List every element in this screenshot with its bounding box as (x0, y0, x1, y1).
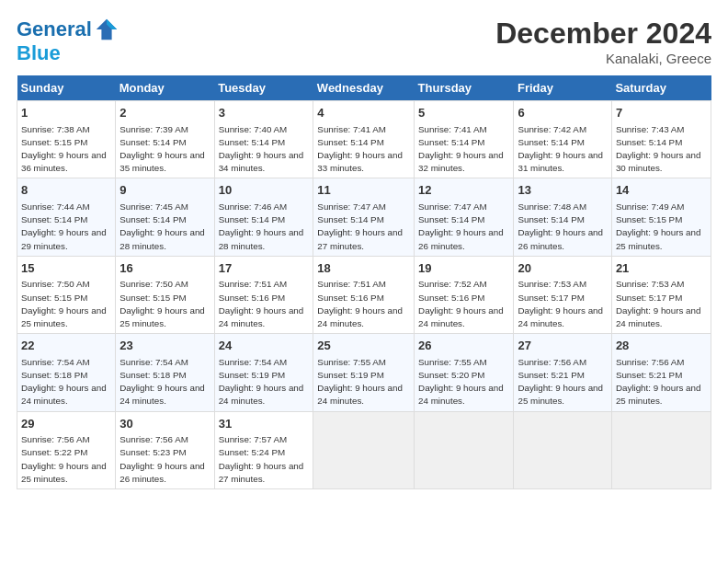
weekday-header-sunday: Sunday (17, 75, 116, 101)
calendar-cell: 31Sunrise: 7:57 AM Sunset: 5:24 PM Dayli… (214, 411, 313, 488)
day-info: Sunrise: 7:50 AM Sunset: 5:15 PM Dayligh… (21, 279, 107, 328)
day-number: 28 (616, 338, 707, 354)
day-number: 20 (518, 260, 607, 277)
calendar-cell: 8Sunrise: 7:44 AM Sunset: 5:14 PM Daylig… (17, 178, 116, 256)
day-info: Sunrise: 7:56 AM Sunset: 5:21 PM Dayligh… (616, 357, 701, 407)
day-info: Sunrise: 7:48 AM Sunset: 5:14 PM Dayligh… (518, 201, 603, 251)
day-info: Sunrise: 7:51 AM Sunset: 5:16 PM Dayligh… (219, 279, 304, 328)
calendar-cell: 16Sunrise: 7:50 AM Sunset: 5:15 PM Dayli… (116, 256, 214, 333)
day-info: Sunrise: 7:43 AM Sunset: 5:14 PM Dayligh… (616, 124, 701, 174)
day-number: 21 (616, 260, 707, 277)
calendar-cell: 17Sunrise: 7:51 AM Sunset: 5:16 PM Dayli… (214, 256, 313, 333)
calendar-cell: 11Sunrise: 7:47 AM Sunset: 5:14 PM Dayli… (313, 178, 415, 256)
day-info: Sunrise: 7:44 AM Sunset: 5:14 PM Dayligh… (21, 201, 107, 251)
day-number: 14 (616, 182, 707, 199)
calendar-cell (514, 411, 611, 488)
day-info: Sunrise: 7:41 AM Sunset: 5:14 PM Dayligh… (317, 124, 403, 174)
calendar-cell: 29Sunrise: 7:56 AM Sunset: 5:22 PM Dayli… (17, 411, 116, 488)
calendar-cell: 7Sunrise: 7:43 AM Sunset: 5:14 PM Daylig… (611, 101, 711, 178)
logo-text: General (17, 18, 92, 40)
day-info: Sunrise: 7:42 AM Sunset: 5:14 PM Dayligh… (518, 124, 603, 174)
day-number: 7 (616, 105, 707, 121)
calendar-cell: 15Sunrise: 7:50 AM Sunset: 5:15 PM Dayli… (17, 256, 116, 333)
day-number: 3 (219, 105, 310, 121)
weekday-header-thursday: Thursday (415, 75, 514, 101)
day-info: Sunrise: 7:54 AM Sunset: 5:18 PM Dayligh… (21, 357, 107, 407)
day-number: 8 (21, 182, 111, 199)
day-number: 17 (219, 260, 310, 277)
day-number: 19 (418, 260, 509, 277)
day-number: 11 (317, 182, 410, 199)
title-block: December 2024 Kanalaki, Greece (495, 17, 711, 66)
day-info: Sunrise: 7:51 AM Sunset: 5:16 PM Dayligh… (317, 279, 403, 328)
day-number: 27 (518, 338, 607, 354)
weekday-header-wednesday: Wednesday (313, 75, 415, 101)
day-info: Sunrise: 7:55 AM Sunset: 5:19 PM Dayligh… (317, 357, 403, 407)
day-number: 10 (219, 182, 310, 199)
day-info: Sunrise: 7:53 AM Sunset: 5:17 PM Dayligh… (616, 279, 701, 328)
day-number: 26 (418, 338, 509, 354)
day-number: 30 (119, 416, 210, 432)
day-info: Sunrise: 7:52 AM Sunset: 5:16 PM Dayligh… (418, 279, 504, 328)
day-info: Sunrise: 7:50 AM Sunset: 5:15 PM Dayligh… (119, 279, 205, 328)
day-number: 1 (21, 105, 111, 121)
calendar-cell: 13Sunrise: 7:48 AM Sunset: 5:14 PM Dayli… (514, 178, 611, 256)
main-container: General Blue December 2024 Kanalaki, Gre… (0, 0, 728, 499)
calendar-cell: 20Sunrise: 7:53 AM Sunset: 5:17 PM Dayli… (514, 256, 611, 333)
day-number: 29 (21, 416, 111, 432)
calendar-cell: 6Sunrise: 7:42 AM Sunset: 5:14 PM Daylig… (514, 101, 611, 178)
day-number: 24 (219, 338, 310, 354)
day-number: 22 (21, 338, 111, 354)
day-number: 15 (21, 260, 111, 277)
weekday-header-tuesday: Tuesday (214, 75, 313, 101)
calendar-cell: 14Sunrise: 7:49 AM Sunset: 5:15 PM Dayli… (611, 178, 711, 256)
calendar-cell: 26Sunrise: 7:55 AM Sunset: 5:20 PM Dayli… (415, 334, 514, 411)
day-info: Sunrise: 7:41 AM Sunset: 5:14 PM Dayligh… (418, 124, 504, 174)
logo-icon (94, 17, 119, 42)
day-info: Sunrise: 7:39 AM Sunset: 5:14 PM Dayligh… (119, 124, 205, 174)
calendar-cell: 10Sunrise: 7:46 AM Sunset: 5:14 PM Dayli… (214, 178, 313, 256)
calendar-cell: 18Sunrise: 7:51 AM Sunset: 5:16 PM Dayli… (313, 256, 415, 333)
day-info: Sunrise: 7:40 AM Sunset: 5:14 PM Dayligh… (219, 124, 304, 174)
calendar-cell: 21Sunrise: 7:53 AM Sunset: 5:17 PM Dayli… (611, 256, 711, 333)
day-info: Sunrise: 7:38 AM Sunset: 5:15 PM Dayligh… (21, 124, 107, 174)
calendar-table: SundayMondayTuesdayWednesdayThursdayFrid… (17, 75, 711, 489)
calendar-cell: 1Sunrise: 7:38 AM Sunset: 5:15 PM Daylig… (17, 101, 116, 178)
calendar-cell: 24Sunrise: 7:54 AM Sunset: 5:19 PM Dayli… (214, 334, 313, 411)
day-number: 6 (518, 105, 607, 121)
day-number: 18 (317, 260, 410, 277)
calendar-cell (313, 411, 415, 488)
calendar-cell: 25Sunrise: 7:55 AM Sunset: 5:19 PM Dayli… (313, 334, 415, 411)
weekday-header-saturday: Saturday (611, 75, 711, 101)
day-number: 13 (518, 182, 607, 199)
day-number: 16 (119, 260, 210, 277)
day-number: 9 (119, 182, 210, 199)
calendar-cell: 9Sunrise: 7:45 AM Sunset: 5:14 PM Daylig… (116, 178, 214, 256)
calendar-cell: 28Sunrise: 7:56 AM Sunset: 5:21 PM Dayli… (611, 334, 711, 411)
day-info: Sunrise: 7:47 AM Sunset: 5:14 PM Dayligh… (418, 201, 504, 251)
day-number: 5 (418, 105, 509, 121)
day-number: 4 (317, 105, 410, 121)
calendar-cell: 3Sunrise: 7:40 AM Sunset: 5:14 PM Daylig… (214, 101, 313, 178)
day-number: 25 (317, 338, 410, 354)
weekday-header-friday: Friday (514, 75, 611, 101)
day-number: 12 (418, 182, 509, 199)
day-info: Sunrise: 7:47 AM Sunset: 5:14 PM Dayligh… (317, 201, 403, 251)
header: General Blue December 2024 Kanalaki, Gre… (17, 17, 711, 66)
day-info: Sunrise: 7:56 AM Sunset: 5:21 PM Dayligh… (518, 357, 603, 407)
day-info: Sunrise: 7:56 AM Sunset: 5:23 PM Dayligh… (119, 434, 205, 484)
day-info: Sunrise: 7:45 AM Sunset: 5:14 PM Dayligh… (119, 201, 205, 251)
day-info: Sunrise: 7:56 AM Sunset: 5:22 PM Dayligh… (21, 434, 107, 484)
calendar-cell: 5Sunrise: 7:41 AM Sunset: 5:14 PM Daylig… (415, 101, 514, 178)
day-info: Sunrise: 7:55 AM Sunset: 5:20 PM Dayligh… (418, 357, 504, 407)
day-info: Sunrise: 7:54 AM Sunset: 5:18 PM Dayligh… (119, 357, 205, 407)
day-info: Sunrise: 7:54 AM Sunset: 5:19 PM Dayligh… (219, 357, 304, 407)
day-info: Sunrise: 7:57 AM Sunset: 5:24 PM Dayligh… (219, 434, 304, 484)
location: Kanalaki, Greece (495, 51, 711, 66)
day-number: 2 (119, 105, 210, 121)
calendar-cell: 27Sunrise: 7:56 AM Sunset: 5:21 PM Dayli… (514, 334, 611, 411)
day-info: Sunrise: 7:46 AM Sunset: 5:14 PM Dayligh… (219, 201, 304, 251)
calendar-cell: 2Sunrise: 7:39 AM Sunset: 5:14 PM Daylig… (116, 101, 214, 178)
calendar-cell: 4Sunrise: 7:41 AM Sunset: 5:14 PM Daylig… (313, 101, 415, 178)
calendar-cell: 12Sunrise: 7:47 AM Sunset: 5:14 PM Dayli… (415, 178, 514, 256)
